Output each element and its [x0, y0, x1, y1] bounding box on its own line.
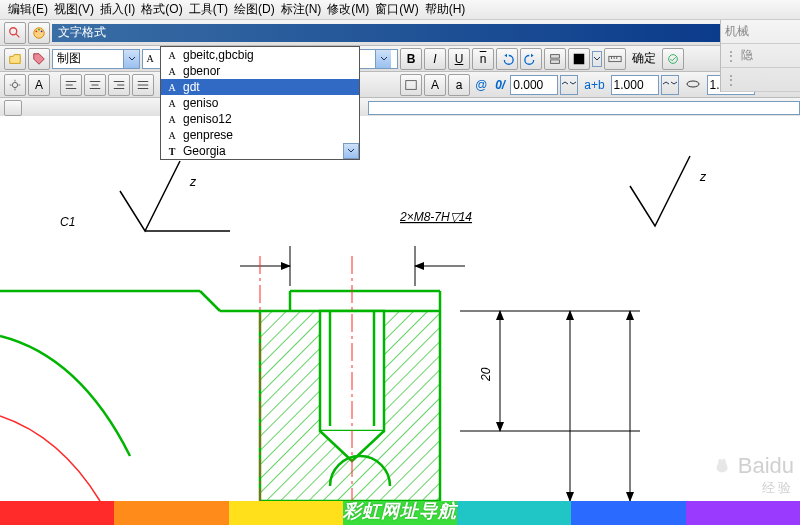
font-option[interactable]: Agbenor [161, 63, 359, 79]
settings-icon[interactable] [4, 74, 26, 96]
tag-icon[interactable] [28, 48, 50, 70]
confirm-button[interactable]: 确定 [628, 50, 660, 67]
fraction-symbol[interactable]: 0/ [492, 78, 508, 92]
lowercase-icon[interactable]: a [448, 74, 470, 96]
menu-format[interactable]: 格式(O) [139, 0, 184, 20]
svg-rect-6 [551, 54, 560, 58]
dim-20: 20 [479, 367, 493, 382]
svg-point-13 [669, 54, 678, 63]
svg-point-32 [687, 81, 699, 87]
insert-field-icon[interactable] [400, 74, 422, 96]
right-panel: 机械 ⋮ 隐 ⋮ [720, 20, 800, 92]
right-cell-3[interactable]: ⋮ [721, 68, 800, 92]
align-left-icon[interactable] [60, 74, 82, 96]
align-center-icon[interactable] [84, 74, 106, 96]
align-justify-icon[interactable] [132, 74, 154, 96]
label-z: z [189, 175, 197, 189]
width-factor-input[interactable] [611, 75, 659, 95]
text-a-icon[interactable]: A [28, 74, 50, 96]
spinner-icon[interactable] [661, 75, 679, 95]
svg-rect-31 [406, 80, 417, 89]
grip-icon: ⋮ [725, 73, 737, 87]
undo-icon[interactable] [496, 48, 518, 70]
font-dropdown[interactable]: Agbeitc,gbcbig Agbenor Agdt Ageniso Agen… [160, 46, 360, 160]
svg-point-4 [38, 28, 40, 30]
handle-icon[interactable] [4, 100, 22, 116]
font-option[interactable]: Agenprese [161, 127, 359, 143]
svg-line-1 [16, 33, 20, 37]
watermark: Baidu 经验 [712, 453, 794, 497]
svg-point-3 [36, 30, 38, 32]
svg-rect-7 [551, 59, 560, 63]
label-c1: C1 [60, 215, 75, 229]
layer-combo-value: 制图 [53, 50, 123, 67]
menu-bar: 编辑(E) 视图(V) 插入(I) 格式(O) 工具(T) 绘图(D) 标注(N… [0, 0, 800, 20]
italic-button[interactable]: I [424, 48, 446, 70]
menu-tools[interactable]: 工具(T) [187, 0, 230, 20]
font-option[interactable]: Agbeitc,gbcbig [161, 47, 359, 63]
drawing-canvas: z C1 z 2×M8-7H▽14 [0, 116, 800, 525]
toolbar-row-3: A A a @ 0/ a+b [0, 72, 800, 98]
uppercase-icon[interactable]: A [424, 74, 446, 96]
underline-button[interactable]: U [448, 48, 470, 70]
spinner-icon[interactable] [560, 75, 578, 95]
menu-help[interactable]: 帮助(H) [423, 0, 468, 20]
svg-point-14 [12, 82, 17, 87]
color-dropdown-arrow[interactable] [592, 51, 602, 67]
align-right-icon[interactable] [108, 74, 130, 96]
overline-button[interactable]: n [472, 48, 494, 70]
svg-rect-8 [574, 53, 585, 64]
text-format-titlebar: 文字格式 [52, 24, 732, 42]
menu-window[interactable]: 窗口(W) [373, 0, 420, 20]
font-option[interactable]: Ageniso [161, 95, 359, 111]
menu-view[interactable]: 视图(V) [52, 0, 96, 20]
ab-label: a+b [580, 78, 608, 92]
ruler-icon[interactable] [604, 48, 626, 70]
grip-icon: ⋮ [725, 49, 737, 63]
menu-draw[interactable]: 绘图(D) [232, 0, 277, 20]
stack-icon[interactable] [544, 48, 566, 70]
menu-modify[interactable]: 修改(M) [325, 0, 371, 20]
right-cell-1[interactable]: 机械 [721, 20, 800, 44]
toolbar-row-1: 文字格式 [0, 20, 800, 46]
redo-icon[interactable] [520, 48, 542, 70]
right-cell-2[interactable]: ⋮ 隐 [721, 44, 800, 68]
menu-insert[interactable]: 插入(I) [98, 0, 137, 20]
titlebar-label: 文字格式 [58, 24, 106, 41]
chevron-down-icon[interactable] [123, 50, 139, 68]
scroll-down-icon[interactable] [343, 143, 359, 159]
svg-line-40 [200, 291, 220, 311]
tracking-input[interactable] [510, 75, 558, 95]
options-icon[interactable] [662, 48, 684, 70]
menu-edit[interactable]: 编辑(E) [6, 0, 50, 20]
svg-point-0 [10, 27, 17, 34]
search-icon[interactable] [4, 22, 26, 44]
footer-text: 彩虹网址导航 [0, 499, 800, 523]
font-option[interactable]: TGeorgia [161, 143, 359, 159]
oblique-icon [681, 78, 705, 92]
font-option-selected[interactable]: Agdt [161, 79, 359, 95]
thread-note: 2×M8-7H▽14 [399, 210, 472, 224]
palette-icon[interactable] [28, 22, 50, 44]
chevron-down-icon[interactable] [375, 50, 391, 68]
label-z: z [699, 170, 707, 184]
bold-button[interactable]: B [400, 48, 422, 70]
svg-rect-9 [609, 56, 621, 61]
toolbar-row-2: 制图 A gbeitc,gbcbig 2.5 B I U n 确定 [0, 46, 800, 72]
svg-point-5 [41, 30, 43, 32]
truetype-icon: A [143, 53, 157, 65]
at-symbol[interactable]: @ [472, 78, 490, 92]
toolbar-row-4 [0, 98, 800, 118]
ruler-area [368, 101, 800, 115]
menu-dimension[interactable]: 标注(N) [279, 0, 324, 20]
color-swatch[interactable] [568, 48, 590, 70]
open-icon[interactable] [4, 48, 26, 70]
layer-combo[interactable]: 制图 [52, 49, 140, 69]
font-option[interactable]: Ageniso12 [161, 111, 359, 127]
